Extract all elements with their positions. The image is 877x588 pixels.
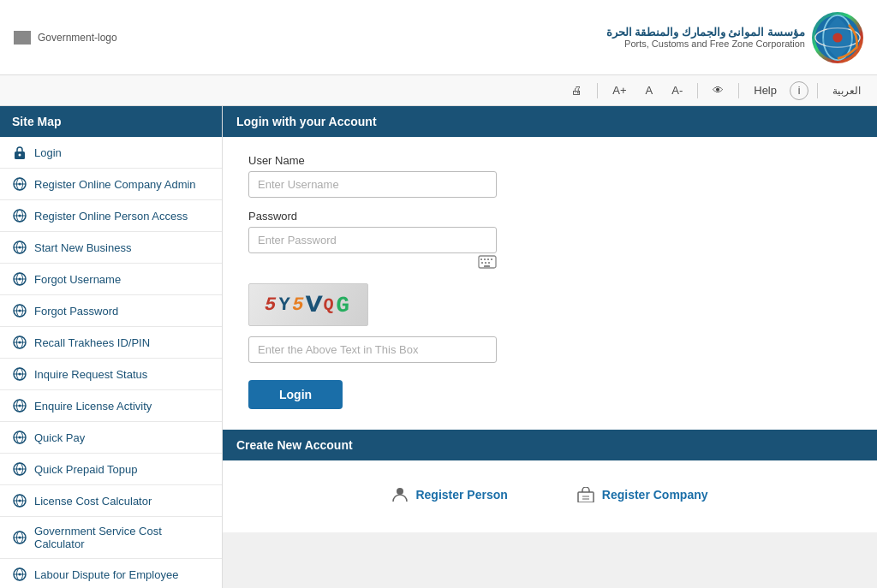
globe-icon-9 [12,430,27,445]
svg-point-45 [19,468,21,471]
sidebar-item-quick-pay[interactable]: Quick Pay [0,422,222,454]
sidebar-item-login-label: Login [34,146,62,159]
font-increase-button[interactable]: A+ [606,81,632,99]
globe-icon-10 [12,461,27,477]
svg-point-9 [19,183,21,186]
create-account-box: Register Person Register Company [223,460,877,532]
sidebar-item-forgot-password-label: Forgot Password [34,305,118,318]
keyboard-button[interactable] [478,255,497,271]
info-button[interactable]: i [790,81,808,100]
sidebar-item-inquire-request[interactable]: Inquire Request Status [0,359,222,390]
org-logo-icon [812,12,863,63]
sidebar-item-forgot-password[interactable]: Forgot Password [0,295,222,327]
sidebar: Site Map Login Register Online Company A… [0,106,223,588]
separator-1 [597,83,598,98]
password-label: Password [248,210,851,223]
header-right: مؤسسة الموانئ والجمارك والمنطقة الحرة Po… [606,12,863,63]
username-input[interactable] [248,171,497,198]
main-layout: Site Map Login Register Online Company A… [0,106,877,588]
svg-rect-66 [491,258,492,260]
sidebar-item-forgot-username-label: Forgot Username [34,273,121,286]
lock-icon [12,145,27,160]
eye-button[interactable]: 👁 [707,81,730,99]
svg-point-5 [19,154,21,157]
register-links: Register Person Register Company [248,478,851,512]
captcha-char-4: V [304,292,325,318]
svg-point-37 [19,405,21,407]
government-logo: Government-logo [14,31,117,45]
sidebar-item-license-cost[interactable]: License Cost Calculator [0,485,222,517]
org-english-name: Ports, Customs and Free Zone Corporation [606,39,805,49]
keyboard-row [248,255,497,271]
sidebar-item-labour-dispute-label: Labour Dispute for Employee [34,568,178,581]
login-button[interactable]: Login [248,380,343,409]
svg-point-29 [19,342,21,344]
svg-rect-64 [484,258,486,260]
svg-point-71 [397,488,403,495]
sidebar-item-forgot-username[interactable]: Forgot Username [0,264,222,295]
globe-icon-1 [12,176,27,192]
svg-point-57 [19,573,21,576]
sidebar-item-quick-prepaid-label: Quick Prepaid Topup [34,463,137,476]
globe-icon-7 [12,366,27,382]
print-button[interactable]: 🖨 [565,81,588,99]
sidebar-item-quick-prepaid[interactable]: Quick Prepaid Topup [0,454,222,485]
captcha-char-6: G [336,292,352,318]
sidebar-item-gov-service-cost[interactable]: Government Service Cost Calculator [0,517,222,559]
globe-icon-3 [12,240,27,255]
register-company-link[interactable]: Register Company [576,487,708,502]
svg-point-13 [19,215,21,217]
company-icon [576,487,595,502]
username-label: User Name [248,154,851,167]
sidebar-item-register-company-admin[interactable]: Register Online Company Admin [0,169,222,200]
sidebar-item-labour-dispute[interactable]: Labour Dispute for Employee [0,559,222,588]
globe-icon-4 [12,271,27,287]
svg-point-49 [19,500,21,502]
separator-2 [697,83,698,98]
password-input[interactable] [248,227,497,253]
sidebar-item-recall-trakhees[interactable]: Recall Trakhees ID/PIN [0,327,222,359]
svg-point-33 [19,373,21,376]
svg-point-21 [19,278,21,281]
svg-point-25 [19,310,21,312]
register-person-link[interactable]: Register Person [391,486,507,503]
sidebar-item-recall-trakhees-label: Recall Trakhees ID/PIN [34,336,150,349]
logo-image [14,31,31,45]
logo-text: Government-logo [38,32,117,44]
help-button[interactable]: Help [748,81,783,99]
login-box: User Name Password 5 Y 5 [223,137,877,430]
sidebar-item-login[interactable]: Login [0,137,222,169]
svg-rect-69 [488,262,490,264]
globe-icon-2 [12,208,27,223]
svg-point-3 [832,33,842,42]
captcha-input[interactable] [248,336,497,363]
register-company-label: Register Company [602,488,708,502]
captcha-char-2: Y [278,294,293,316]
globe-icon-11 [12,493,27,508]
font-decrease-button[interactable]: A- [665,81,689,99]
separator-4 [817,83,818,98]
arabic-toggle-button[interactable]: العربية [826,82,867,99]
sidebar-title: Site Map [0,106,222,137]
content-area: Login with your Account User Name Passwo… [223,106,877,588]
username-group: User Name [248,154,851,198]
globe-icon-8 [12,398,27,413]
sidebar-item-start-business[interactable]: Start New Business [0,232,222,264]
captcha-char-5: Q [323,295,336,315]
sidebar-item-enquire-license[interactable]: Enquire License Activity [0,390,222,422]
svg-rect-63 [480,258,482,260]
sidebar-item-start-business-label: Start New Business [34,241,131,254]
sidebar-item-inquire-request-label: Inquire Request Status [34,368,147,381]
sidebar-item-license-cost-label: License Cost Calculator [34,495,152,508]
org-name: مؤسسة الموانئ والجمارك والمنطقة الحرة Po… [606,26,805,49]
globe-icon-13 [12,567,27,582]
captcha-char-1: 5 [265,294,279,316]
font-normal-button[interactable]: A [640,81,659,99]
captcha-image: 5 Y 5 V Q G [248,283,368,326]
svg-point-53 [19,537,21,539]
svg-rect-68 [485,262,486,264]
sidebar-item-register-person-label: Register Online Person Access [34,210,188,223]
svg-rect-67 [481,262,483,264]
sidebar-item-register-person[interactable]: Register Online Person Access [0,200,222,232]
person-icon [391,486,409,503]
